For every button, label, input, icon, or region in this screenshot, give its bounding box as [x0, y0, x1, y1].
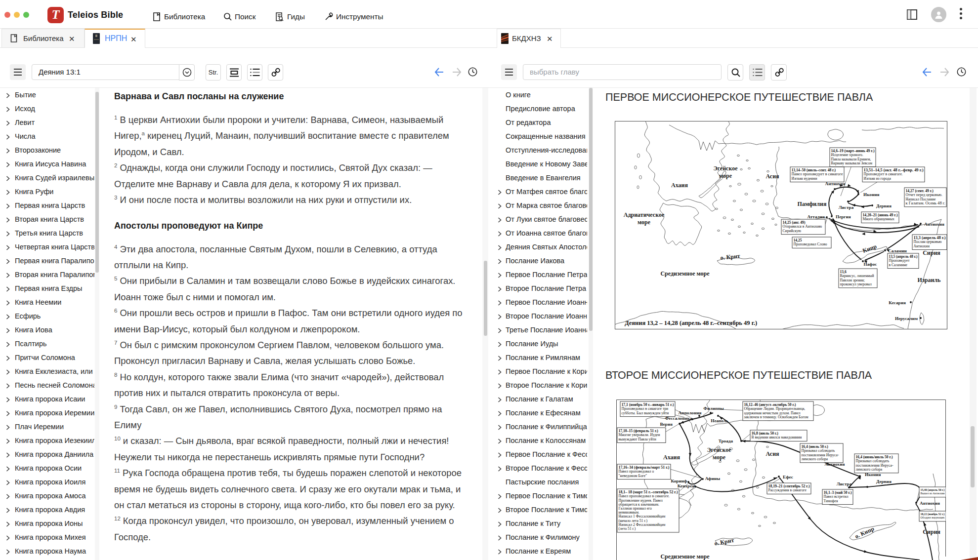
svg-text:Атталия: Атталия	[808, 214, 825, 219]
svg-text:субботы. Был вынужден уйти: субботы. Был вынужден уйти	[622, 411, 669, 415]
svg-text:Кенхрея: Кенхрея	[678, 483, 694, 488]
svg-text:Антиохии: Антиохии	[914, 244, 930, 248]
svg-text:Ахаия: Ахаия	[663, 454, 680, 461]
svg-text:В видении явился македонянин: В видении явился македонянин	[752, 435, 802, 440]
svg-text:Антиохия: Антиохия	[825, 181, 846, 186]
svg-text:лимского собора: лимского собора	[802, 457, 828, 461]
svg-text:Листра: Листра	[837, 481, 852, 486]
svg-text:Коринф: Коринф	[671, 479, 687, 483]
svg-text:Афины: Афины	[705, 476, 720, 481]
svg-text:Пафос: Пафос	[864, 262, 877, 267]
svg-text:Саламин: Саламин	[888, 248, 907, 253]
svg-text:Кесария: Кесария	[889, 300, 906, 305]
svg-text:Неаполь: Неаполь	[711, 418, 728, 423]
svg-text:к Галатам. Осень 48 г.: к Галатам. Осень 48 г.	[906, 201, 945, 205]
svg-text:Рассуждения в синагоге: Рассуждения в синагоге	[768, 488, 807, 492]
svg-text:Дервия: Дервия	[876, 203, 892, 208]
svg-text:Листра: Листра	[839, 205, 854, 210]
svg-text:Икония: Икония	[865, 472, 881, 477]
svg-text:Сирия: Сирия	[923, 528, 940, 535]
svg-text:Эгейское: Эгейское	[713, 165, 738, 172]
svg-text:Ободрял верующих: Ободрял верующих	[921, 516, 945, 519]
svg-text:лимского собора: лимского собора	[856, 467, 883, 472]
svg-text:Вышел из Антиохии: Вышел из Антиохии	[921, 491, 945, 495]
svg-text:Филиппы: Филиппы	[703, 406, 723, 411]
svg-text:Израиль: Израиль	[918, 277, 941, 283]
svg-text:море: море	[713, 454, 726, 461]
svg-text:(лето 51 г.): (лето 51 г.)	[619, 526, 636, 531]
svg-text:Ефес: Ефес	[783, 475, 793, 480]
svg-text:море: море	[719, 172, 732, 179]
svg-text:Сирийскую: Сирийскую	[783, 229, 802, 233]
svg-text:Антиохия: Антиохия	[924, 222, 944, 227]
svg-text:Средиземное море: Средиземное море	[660, 553, 710, 560]
svg-text:Эгейское: Эгейское	[707, 446, 731, 453]
svg-text:Изгнан из города: Изгнан из города	[864, 176, 892, 181]
svg-text:Антиохия: Антиохия	[920, 501, 940, 506]
svg-text:море: море	[638, 219, 651, 226]
svg-text:заключен в темницу. Освобожден: заключен в темницу. Освобожден Богом	[744, 415, 808, 419]
svg-text:Икония: Икония	[863, 192, 879, 197]
svg-text:Средиземное море: Средиземное море	[660, 270, 710, 277]
svg-text:"неведомом Боге": "неведомом Боге"	[619, 474, 647, 478]
svg-text:Верия: Верия	[660, 422, 673, 427]
svg-text:Адриатическое: Адриатическое	[624, 211, 665, 218]
svg-text:проконсул уверовал: проконсул уверовал	[840, 282, 872, 286]
svg-text:Сирия: Сирия	[923, 249, 940, 256]
svg-text:Проповедовал Слово: Проповедовал Слово	[794, 242, 827, 246]
svg-text:Изгнан иудеями: Изгнан иудеями	[792, 176, 817, 181]
svg-text:Апполония: Апполония	[678, 410, 701, 415]
svg-text:Иерусалим: Иерусалим	[895, 316, 918, 321]
svg-text:в Саламине: в Саламине	[889, 263, 908, 267]
svg-text:Много обращенных: Много обращенных	[863, 217, 895, 221]
svg-text:Варнаву называли Зевсом: Варнаву называли Зевсом	[831, 161, 873, 165]
svg-text:Ахаия: Ахаия	[671, 182, 688, 189]
svg-text:вынуждают Павла уйти: вынуждают Павла уйти	[619, 437, 656, 441]
svg-text:Деяния 13,2 – 14,28 (апрель 48: Деяния 13,2 – 14,28 (апрель 48 г.–сентяб…	[625, 320, 757, 326]
svg-text:Пергия: Пергия	[836, 214, 851, 219]
svg-text:Тимофея: Тимофея	[824, 499, 838, 503]
svg-text:Памфилия: Памфилия	[798, 200, 827, 207]
svg-text:Асия: Асия	[765, 173, 779, 180]
svg-text:Троада: Троада	[719, 439, 733, 443]
svg-text:Асия: Асия	[765, 450, 779, 457]
svg-text:Фессалоника: Фессалоника	[665, 416, 692, 421]
svg-text:Дервия: Дервия	[876, 479, 892, 484]
